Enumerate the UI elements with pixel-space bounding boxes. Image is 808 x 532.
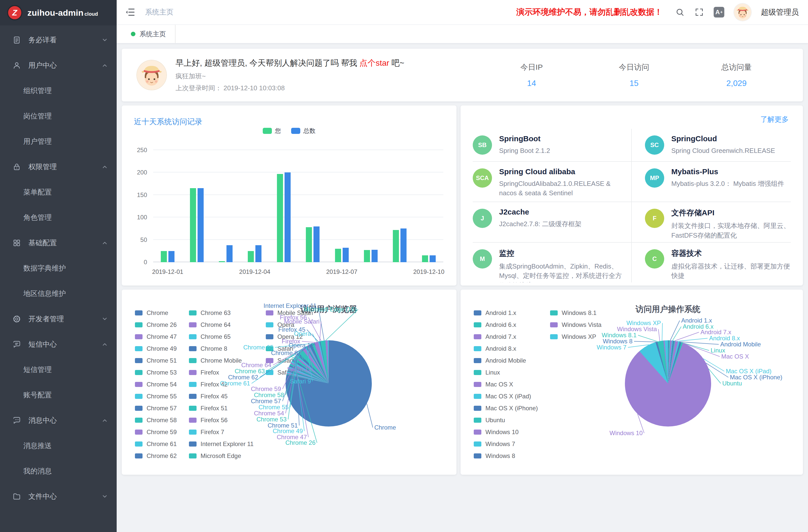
feature-title: Mybatis-Plus [671, 167, 784, 176]
sidebar-subitem[interactable]: 地区信息维护 [0, 281, 117, 306]
sidebar-item-0[interactable]: 务必详看 [0, 27, 117, 53]
legend-item[interactable]: Windows 8 [474, 450, 538, 462]
tab-system-home[interactable]: 系统主页 [122, 25, 176, 43]
legend-item[interactable]: Mac OS X (iPhone) [474, 402, 538, 414]
legend-item[interactable]: Chrome 47 [135, 331, 177, 343]
legend-item[interactable]: Android 7.x [474, 331, 538, 343]
legend-item[interactable]: Chrome 59 [135, 426, 177, 438]
sidebar-item-label: 用户中心 [29, 61, 102, 70]
pie-label: Windows 7 [597, 344, 628, 351]
legend-item[interactable]: Windows 8.1 [550, 307, 602, 319]
sidebar-subitem[interactable]: 岗位管理 [0, 104, 117, 129]
legend-swatch [474, 382, 481, 387]
legend-item[interactable]: Chrome 55 [135, 390, 177, 402]
sidebar-item-7[interactable]: 文件中心 [0, 484, 117, 509]
legend-item[interactable]: Chrome 58 [135, 414, 177, 426]
legend-item[interactable]: Firefox 7 [189, 426, 254, 438]
feature-desc: 集成SpringBootAdmin、Zipkin、Redis、Mysql、定时任… [499, 262, 622, 282]
feature-item: M监控集成SpringBootAdmin、Zipkin、Redis、Mysql、… [473, 243, 632, 282]
legend-item[interactable]: Android 8.x [474, 343, 538, 354]
sidebar-subitem[interactable]: 数据字典维护 [0, 256, 117, 281]
sidebar-item-4[interactable]: 开发者管理 [0, 306, 117, 332]
os-chart-card: Android 1.xAndroid 6.xAndroid 7.xAndroid… [461, 290, 803, 475]
legend-item[interactable]: Windows Vista [550, 319, 602, 331]
legend-item[interactable]: Chrome 65 [189, 331, 254, 343]
learn-more-link[interactable]: 了解更多 [760, 115, 789, 124]
pie-label: Chrome 26 [285, 439, 317, 446]
hamburger-icon[interactable] [125, 6, 136, 18]
legend-swatch [474, 429, 481, 435]
legend-item[interactable]: Chrome 53 [135, 366, 177, 378]
legend-item[interactable]: Chrome 54 [135, 378, 177, 390]
legend-item[interactable]: Chrome 49 [135, 343, 177, 354]
sidebar-subitem[interactable]: 角色管理 [0, 205, 117, 230]
sidebar-item-2[interactable]: 权限管理 [0, 154, 117, 180]
feature-avatar: SC [645, 135, 664, 155]
tab-active-dot [131, 32, 135, 36]
fullscreen-icon[interactable] [694, 7, 704, 17]
legend-item[interactable]: Microsoft Edge [189, 450, 254, 462]
pie-label: Opera [294, 330, 312, 337]
legend-item[interactable]: Mac OS X [474, 378, 538, 390]
bar-总数 [284, 172, 291, 262]
legend-item[interactable]: 总数 [291, 127, 315, 135]
y-axis-tick: 0 [144, 259, 147, 266]
sidebar-subitem[interactable]: 用户管理 [0, 129, 117, 154]
star-link[interactable]: 点个star [360, 58, 389, 68]
legend-item[interactable]: Chrome 64 [189, 319, 254, 331]
x-axis-label: 2019-12-07 [326, 268, 357, 275]
legend-swatch [291, 128, 300, 134]
bar-您 [393, 230, 399, 262]
bar-您 [248, 251, 254, 262]
sidebar-subitem[interactable]: 短信管理 [0, 357, 117, 382]
sidebar-item-3[interactable]: 基础配置 [0, 230, 117, 256]
feature-title: J2cache [499, 208, 582, 216]
legend-item[interactable]: Firefox 56 [189, 414, 254, 426]
feature-desc: Spring Boot 2.1.2 [499, 146, 550, 156]
legend-item[interactable]: Android 6.x [474, 319, 538, 331]
legend-item[interactable]: Mac OS X (iPad) [474, 390, 538, 402]
search-icon[interactable] [675, 7, 685, 17]
sidebar-subitem[interactable]: 我的消息 [0, 458, 117, 484]
feature-avatar: C [645, 249, 664, 269]
legend-item[interactable]: Firefox 45 [189, 390, 254, 402]
sidebar-subitem[interactable]: 消息推送 [0, 433, 117, 458]
legend-item[interactable]: Windows 7 [474, 438, 538, 450]
legend-item[interactable]: Chrome 57 [135, 402, 177, 414]
legend-swatch [474, 346, 481, 351]
sidebar-subitem[interactable]: 账号配置 [0, 382, 117, 408]
legend-item[interactable]: Chrome 62 [135, 450, 177, 462]
sidebar-item-6[interactable]: 消息中心 [0, 408, 117, 433]
legend-item[interactable]: Chrome [135, 307, 177, 319]
legend-item[interactable]: Windows XP [550, 331, 602, 343]
bar-您 [277, 174, 283, 262]
stat-label: 总访问量 [718, 62, 755, 73]
sidebar-item-5[interactable]: 短信中心 [0, 332, 117, 357]
legend-item[interactable]: Windows 10 [474, 426, 538, 438]
feature-desc: 虚拟化容器技术，让迁移、部署更加方便快捷 [671, 262, 791, 281]
x-axis-label: 2019-12-10 [413, 268, 444, 275]
legend-item[interactable]: Ubuntu [474, 414, 538, 426]
font-size-icon[interactable]: A+ [714, 7, 724, 18]
os-pie[interactable] [625, 340, 711, 426]
sidebar-item-1[interactable]: 用户中心 [0, 53, 117, 78]
sidebar-subitem[interactable]: 菜单配置 [0, 180, 117, 205]
legend-item[interactable]: Linux [474, 366, 538, 378]
legend-item[interactable]: Chrome 63 [189, 307, 254, 319]
legend-item[interactable]: Chrome 61 [135, 438, 177, 450]
feature-desc: Spring Cloud Greenwich.RELEASE [671, 146, 775, 156]
legend-item[interactable]: Internet Explorer 11 [189, 438, 254, 450]
feature-desc: J2cache2.7.8: 二级缓存框架 [499, 219, 582, 229]
legend-swatch [189, 334, 197, 339]
sidebar-subitem[interactable]: 组织管理 [0, 78, 117, 104]
legend-item[interactable]: Chrome 26 [135, 319, 177, 331]
legend-item[interactable]: 您 [263, 127, 281, 135]
sidebar-item-label: 基础配置 [29, 238, 102, 248]
legend-item[interactable]: Chrome 51 [135, 354, 177, 366]
username-label[interactable]: 超级管理员 [761, 7, 799, 18]
y-axis-tick: 250 [137, 147, 147, 154]
user-avatar[interactable] [734, 3, 751, 21]
legend-item[interactable]: Android 1.x [474, 307, 538, 319]
legend-item[interactable]: Firefox 51 [189, 402, 254, 414]
legend-item[interactable]: Android Mobile [474, 354, 538, 366]
